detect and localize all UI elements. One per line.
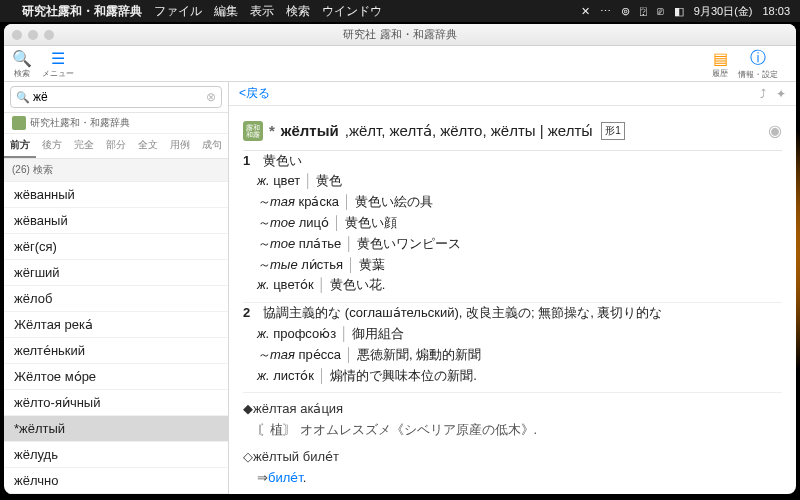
- list-item[interactable]: *жёлтый: [4, 416, 228, 442]
- clear-icon[interactable]: ⊗: [206, 90, 216, 104]
- dict-icon: [12, 116, 26, 130]
- search-field-icon: 🔍: [16, 91, 30, 104]
- traffic-lights[interactable]: [12, 30, 54, 40]
- dict-selector[interactable]: 研究社露和・和露辞典: [4, 113, 228, 134]
- toolbar-info-button[interactable]: ⓘ 情報・設定: [738, 48, 778, 80]
- status-icon[interactable]: ✕: [581, 5, 590, 18]
- list-item[interactable]: жёлто-яи́чный: [4, 390, 228, 416]
- settings-icon[interactable]: ✦: [776, 87, 786, 101]
- entry-body: 露和和露*жёлтый,жёлт, желта́, жёлто, жёлты |…: [229, 106, 796, 494]
- menu-search[interactable]: 検索: [286, 3, 310, 20]
- menubar-time[interactable]: 18:03: [762, 5, 790, 17]
- filter-idiom[interactable]: 成句: [196, 134, 228, 158]
- control-center-icon[interactable]: ◧: [674, 5, 684, 18]
- toolbar-history-button[interactable]: ▤ 履歴: [712, 49, 728, 79]
- list-item[interactable]: Жёлтая река́: [4, 312, 228, 338]
- results-list: жёванныйжёваныйжёг(ся)жёгшийжёлобЖёлтая …: [4, 182, 228, 494]
- filter-prefix[interactable]: 前方: [4, 134, 36, 158]
- audio-icon[interactable]: ◉: [768, 118, 782, 144]
- display-icon[interactable]: ⎚: [657, 5, 664, 17]
- window-title: 研究社 露和・和露辞典: [343, 27, 456, 42]
- history-icon: ▤: [713, 49, 728, 68]
- result-count: (26) 検索: [4, 159, 228, 182]
- wifi-icon[interactable]: ⊚: [621, 5, 630, 18]
- titlebar: 研究社 露和・和露辞典: [4, 24, 796, 46]
- search-icon: 🔍: [12, 49, 32, 68]
- menu-icon: ☰: [51, 49, 65, 68]
- detail-pane: <戻る ⤴ ✦ 露和和露*жёлтый,жёлт, желта́, жёлто,…: [229, 82, 796, 494]
- sidebar: 🔍 ⊗ 研究社露和・和露辞典 前方 後方 完全 部分 全文 用例 成句 (26)…: [4, 82, 229, 494]
- list-item[interactable]: жёлчно: [4, 468, 228, 494]
- dict-badge: 露和和露: [243, 121, 263, 141]
- info-icon: ⓘ: [750, 48, 766, 69]
- list-item[interactable]: жёлоб: [4, 286, 228, 312]
- app-window: 研究社 露和・和露辞典 🔍 検索 ☰ メニュー ▤ 履歴 ⓘ 情報・設定 🔍 ⊗: [4, 24, 796, 494]
- toolbar-menu-button[interactable]: ☰ メニュー: [42, 49, 74, 79]
- filter-exact[interactable]: 完全: [68, 134, 100, 158]
- filter-fulltext[interactable]: 全文: [132, 134, 164, 158]
- bluetooth-icon[interactable]: ⋯: [600, 5, 611, 18]
- filter-examples[interactable]: 用例: [164, 134, 196, 158]
- list-item[interactable]: жёваный: [4, 208, 228, 234]
- headword: 露和和露*жёлтый,жёлт, желта́, жёлто, жёлты |…: [243, 112, 782, 151]
- menu-view[interactable]: 表示: [250, 3, 274, 20]
- menu-edit[interactable]: 編集: [214, 3, 238, 20]
- list-item[interactable]: жёванный: [4, 182, 228, 208]
- search-input[interactable]: [10, 86, 222, 108]
- list-item[interactable]: жёгший: [4, 260, 228, 286]
- list-item[interactable]: желте́нький: [4, 338, 228, 364]
- mac-menubar: 研究社露和・和露辞典 ファイル 編集 表示 検索 ウインドウ ✕ ⋯ ⊚ ⍰ ⎚…: [0, 0, 800, 22]
- list-item[interactable]: жёг(ся): [4, 234, 228, 260]
- menu-window[interactable]: ウインドウ: [322, 3, 382, 20]
- filter-tabs: 前方 後方 完全 部分 全文 用例 成句: [4, 134, 228, 159]
- filter-partial[interactable]: 部分: [100, 134, 132, 158]
- share-icon[interactable]: ⤴: [760, 87, 766, 101]
- toolbar: 🔍 検索 ☰ メニュー ▤ 履歴 ⓘ 情報・設定: [4, 46, 796, 82]
- list-item[interactable]: Жёлтое мо́ре: [4, 364, 228, 390]
- list-item[interactable]: жёлудь: [4, 442, 228, 468]
- menu-file[interactable]: ファイル: [154, 3, 202, 20]
- filter-suffix[interactable]: 後方: [36, 134, 68, 158]
- user-icon[interactable]: ⍰: [640, 5, 647, 17]
- menubar-date[interactable]: 9月30日(金): [694, 4, 753, 19]
- back-button[interactable]: <戻る: [239, 85, 270, 102]
- app-name[interactable]: 研究社露和・和露辞典: [22, 3, 142, 20]
- toolbar-search-button[interactable]: 🔍 検索: [12, 49, 32, 79]
